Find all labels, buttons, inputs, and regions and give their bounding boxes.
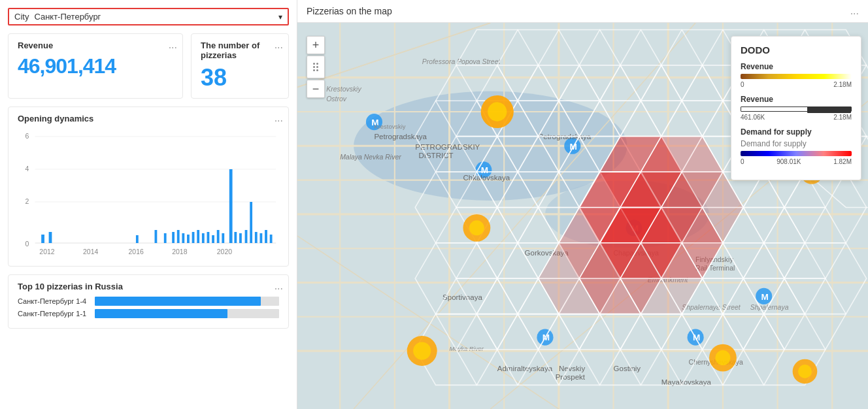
- bar-track-1: [95, 297, 279, 306]
- pizzerias-value: 38: [201, 64, 279, 91]
- svg-point-199: [798, 365, 812, 378]
- svg-text:2018: 2018: [172, 248, 187, 255]
- bar-track-2: [95, 309, 279, 318]
- zoom-in-button[interactable]: +: [307, 36, 325, 54]
- svg-rect-27: [217, 230, 220, 243]
- svg-rect-20: [182, 233, 184, 243]
- legend-revenue-max: 2.18M: [833, 81, 852, 88]
- svg-text:Malaya Nevka River: Malaya Nevka River: [340, 154, 401, 161]
- legend-demand-gradient: [741, 151, 852, 156]
- legend-popup: DODO Revenue 0 2.18M Revenue 461.06K 2.1…: [731, 36, 861, 180]
- svg-text:0: 0: [25, 240, 29, 248]
- legend-title: DODO: [741, 44, 852, 56]
- svg-rect-36: [265, 230, 267, 243]
- metrics-row: ... Revenue 46,901,414 ... The number of…: [8, 33, 289, 99]
- svg-rect-14: [49, 232, 52, 243]
- svg-text:Krestovskiy: Krestovskiy: [326, 86, 361, 93]
- svg-text:6: 6: [25, 132, 29, 140]
- legend-revenue-gradient: [741, 74, 852, 79]
- svg-text:Sportivnaya: Sportivnaya: [442, 293, 482, 301]
- legend-revenue-slider[interactable]: [741, 106, 852, 112]
- opening-dynamics-title: Opening dynamics: [18, 114, 279, 123]
- svg-text:Petrogradskaya: Petrogradskaya: [374, 133, 427, 140]
- legend-revenue-range: 0 2.18M: [741, 81, 852, 88]
- opening-dynamics-menu-icon[interactable]: ...: [275, 112, 283, 124]
- top10-title: Top 10 pizzerias in Russia: [18, 282, 279, 291]
- bar-label-2: Санкт-Петербург 1-1: [18, 310, 90, 318]
- svg-text:Professora Popova Street: Professora Popova Street: [422, 58, 501, 65]
- svg-rect-21: [187, 235, 190, 243]
- svg-text:DISTRICT: DISTRICT: [418, 152, 453, 159]
- zoom-slider[interactable]: [307, 56, 325, 78]
- svg-point-197: [715, 350, 730, 365]
- top10-card: ... Top 10 pizzerias in Russia Санкт-Пет…: [8, 274, 289, 329]
- svg-rect-23: [197, 230, 199, 243]
- svg-text:4: 4: [25, 165, 29, 172]
- opening-dynamics-chart: 6 4 2 0 2012 2014 2016 2018 2020: [18, 129, 279, 259]
- chart-svg: 6 4 2 0 2012 2014 2016 2018 2020: [18, 129, 279, 259]
- svg-rect-28: [222, 233, 224, 243]
- svg-text:Shpalernaya Street: Shpalernaya Street: [682, 304, 741, 311]
- svg-rect-32: [245, 230, 248, 243]
- svg-rect-35: [259, 233, 262, 243]
- legend-demand-min: 0: [741, 158, 744, 165]
- svg-text:Krestovskiy: Krestovskiy: [374, 123, 405, 130]
- svg-rect-34: [255, 232, 258, 243]
- svg-text:Chkalovskaya: Chkalovskaya: [463, 174, 510, 182]
- svg-text:Nevskiy: Nevskiy: [559, 365, 586, 372]
- city-selector[interactable]: City Санкт-Петербург ▾: [8, 8, 289, 25]
- svg-text:PETROGRADSKIY: PETROGRADSKIY: [415, 143, 480, 151]
- left-panel: City Санкт-Петербург ▾ ... Revenue 46,90…: [0, 0, 297, 409]
- legend-revenue-title: Revenue: [741, 62, 852, 71]
- bar-fill-2: [95, 309, 227, 318]
- list-item: Санкт-Петербург 1-4: [18, 297, 279, 306]
- revenue-value: 46,901,414: [18, 54, 173, 78]
- legend-revenue-filter-range: 461.06K 2.18M: [741, 114, 852, 121]
- legend-revenue-filter-min: 461.06K: [741, 114, 765, 121]
- svg-text:Gostiniy: Gostiniy: [614, 365, 641, 372]
- legend-demand-subtitle: Demand for supply: [741, 139, 852, 148]
- legend-revenue-min: 0: [741, 81, 744, 88]
- svg-rect-26: [212, 235, 214, 243]
- svg-rect-17: [164, 233, 167, 243]
- zoom-out-button[interactable]: −: [307, 80, 325, 98]
- map-controls: + −: [307, 36, 325, 98]
- svg-rect-33: [250, 202, 252, 243]
- svg-text:2012: 2012: [39, 248, 54, 255]
- svg-rect-22: [192, 232, 195, 243]
- svg-rect-24: [202, 233, 205, 243]
- city-value: Санкт-Петербург: [34, 12, 273, 22]
- legend-demand-max: 1.82M: [833, 158, 852, 165]
- right-panel: Pizzerias on the map ...: [297, 0, 868, 409]
- pizzerias-menu-icon[interactable]: ...: [275, 39, 283, 51]
- svg-rect-25: [207, 232, 210, 243]
- svg-rect-29: [229, 169, 233, 243]
- legend-revenue-filter-max: 2.18M: [833, 114, 852, 121]
- map-menu-icon[interactable]: ...: [850, 5, 859, 17]
- legend-demand-range: 0 908.01K 1.82M: [741, 158, 852, 165]
- svg-text:Prospekt: Prospekt: [556, 373, 586, 381]
- revenue-title: Revenue: [18, 41, 173, 50]
- svg-rect-37: [270, 235, 273, 243]
- svg-rect-18: [172, 232, 175, 243]
- map-container[interactable]: M M M M M M M Krestovskiy Ostrov Profess…: [297, 23, 868, 409]
- svg-text:M: M: [761, 292, 769, 302]
- slider-dots: [310, 59, 321, 75]
- opening-dynamics-card: ... Opening dynamics 6 4 2 0 2012 2014 2…: [8, 106, 289, 267]
- svg-text:Ostrov: Ostrov: [326, 95, 347, 103]
- svg-point-193: [469, 220, 484, 235]
- svg-rect-15: [136, 235, 139, 243]
- pizzerias-card: ... The number of pizzerias 38: [191, 33, 289, 99]
- pizzerias-title: The number of pizzerias: [201, 41, 279, 60]
- revenue-menu-icon[interactable]: ...: [169, 39, 177, 51]
- svg-rect-31: [239, 233, 242, 243]
- svg-rect-30: [234, 232, 237, 243]
- map-title: Pizzerias on the map: [307, 6, 392, 16]
- svg-point-195: [413, 342, 431, 359]
- legend-demand-mid: 908.01K: [776, 158, 801, 165]
- svg-point-191: [488, 102, 507, 121]
- map-header: Pizzerias on the map ...: [297, 0, 868, 23]
- top10-menu-icon[interactable]: ...: [275, 280, 283, 292]
- svg-rect-13: [41, 235, 44, 243]
- legend-revenue-filter: Revenue 461.06K 2.18M: [741, 95, 852, 121]
